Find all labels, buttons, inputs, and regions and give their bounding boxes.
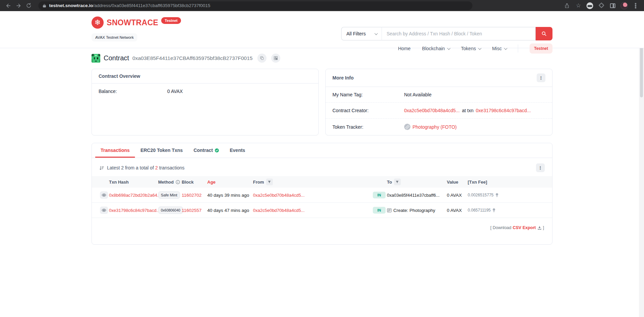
balance-value: 0 AVAX (167, 89, 183, 94)
creator-at-txn-text: at txn (462, 108, 473, 113)
tx-table-header: Txn Hash Method Block Age From To Value (92, 176, 552, 188)
token-logo-icon (404, 124, 410, 130)
col-method: Method (158, 180, 182, 185)
tx-preview-button[interactable] (100, 191, 108, 199)
overview-card-title: Contract Overview (99, 73, 140, 79)
csv-prefix: [ Download (490, 225, 511, 230)
search-button[interactable] (536, 27, 552, 40)
txn-fee: 0.0026515775 (468, 193, 494, 197)
col-txn-fee: [Txn Fee] (468, 180, 544, 185)
gas-bulb-icon[interactable] (492, 208, 496, 213)
csv-suffix: ] (543, 225, 544, 230)
tab-contract[interactable]: Contract (188, 143, 224, 158)
direction-badge: IN (373, 207, 386, 214)
tab-transactions[interactable]: Transactions (95, 143, 135, 158)
sort-icon (99, 165, 104, 170)
tab-events[interactable]: Events (224, 143, 251, 158)
tx-preview-button[interactable] (100, 207, 108, 214)
col-value: Value (447, 180, 468, 185)
address-blockie-avatar (92, 54, 100, 63)
snowflake-icon: ❄ (92, 17, 104, 29)
to-filter-button[interactable] (394, 179, 401, 185)
network-label: AVAX Testnet Network (92, 33, 137, 41)
lock-icon (42, 3, 46, 8)
block-link[interactable]: 11602557 (182, 208, 202, 213)
qr-code-button[interactable] (271, 54, 280, 63)
page-title: Contract (104, 54, 129, 62)
info-icon[interactable] (176, 180, 180, 184)
col-to: To (387, 179, 447, 185)
creator-txn-link[interactable]: 0xe31798c6c84c97bacd... (476, 108, 531, 113)
gas-bulb-icon[interactable] (495, 193, 499, 197)
tx-summary-prefix: Latest 2 from a total of (107, 165, 154, 170)
address-bar[interactable]: testnet.snowtrace.io/address/0xa03e85f44… (38, 1, 472, 10)
value-cell: 0 AVAX (447, 208, 468, 213)
snowtrace-logo[interactable]: ❄ SNOWTRACE Testnet (92, 17, 181, 29)
name-tag-value: Not Available (404, 92, 431, 97)
value-cell: 0 AVAX (447, 193, 468, 198)
tx-summary-suffix: transactions (159, 165, 184, 170)
brand-name: SNOWTRACE (107, 17, 158, 29)
search-bar: All Filters (341, 27, 552, 40)
col-txn-hash: Txn Hash (109, 180, 158, 185)
transactions-menu-button[interactable]: ⋮ (536, 163, 545, 172)
col-age-toggle[interactable]: Age (207, 180, 253, 185)
more-info-menu-button[interactable]: ⋮ (537, 73, 545, 82)
block-link[interactable]: 11602702 (182, 193, 202, 198)
qr-code-icon (274, 56, 278, 60)
copy-icon (260, 56, 264, 60)
txn-hash-link[interactable]: 0x8b698ac72bd20b2a64... (109, 193, 161, 198)
verified-check-icon (215, 148, 219, 153)
back-icon[interactable] (3, 2, 13, 10)
name-tag-label: My Name Tag: (332, 92, 404, 97)
balance-label: Balance: (99, 89, 167, 94)
from-address-link[interactable]: 0xa2c5e0bd70b48a4cd5... (253, 193, 305, 198)
copy-address-button[interactable] (257, 54, 266, 63)
col-from: From (253, 179, 373, 185)
token-tracker-label: Token Tracker: (332, 124, 404, 130)
profile-avatar[interactable] (619, 2, 629, 10)
download-icon (537, 226, 542, 230)
page-scrollbar[interactable] (639, 11, 644, 317)
tab-erc20-token-txns[interactable]: ERC20 Token Txns (135, 143, 188, 158)
url-text: testnet.snowtrace.io/address/0xa03e85f44… (49, 3, 210, 8)
method-badge: 0x60806040 (158, 207, 183, 214)
csv-export-link[interactable]: CSV Export (513, 225, 536, 230)
tx-row: 0x8b698ac72bd20b2a64... Safe Mint 116027… (92, 188, 552, 203)
txn-fee: 0.065711195 (468, 208, 491, 213)
site-header: ❄ SNOWTRACE Testnet AVAX Testnet Network… (0, 11, 644, 48)
filter-funnel-icon (267, 180, 271, 184)
eye-icon (102, 193, 106, 197)
side-panel-icon[interactable] (608, 2, 618, 10)
extensions-puzzle-icon[interactable] (596, 2, 606, 10)
token-tracker-link[interactable]: Photography (FOTO) (413, 124, 457, 130)
contract-overview-card: Contract Overview Balance: 0 AVAX (92, 69, 319, 135)
eye-icon (102, 208, 106, 213)
share-icon[interactable] (562, 2, 572, 10)
page-title-row: Contract 0xa03E85F4411e37CBAff635975bf38… (92, 54, 552, 63)
from-address-link[interactable]: 0xa2c5e0bd70b48a4cd5... (253, 208, 305, 213)
forward-icon[interactable] (13, 2, 24, 10)
creator-address-link[interactable]: 0xa2c5e0bd70b48a4cd5... (404, 108, 460, 113)
age-cell: 40 days 39 mins ago (207, 193, 253, 198)
brand-testnet-badge: Testnet (161, 17, 181, 24)
from-filter-button[interactable] (266, 179, 273, 185)
adblock-extension-icon[interactable] (585, 2, 595, 10)
search-input[interactable] (382, 27, 536, 40)
more-info-card-title: More Info (332, 75, 354, 81)
to-address: 0xa03e85f4411e37cbaff6... (387, 193, 439, 198)
reload-icon[interactable] (24, 2, 34, 10)
search-filter-select[interactable]: All Filters (341, 27, 382, 40)
csv-export-row: [ Download CSV Export ] (92, 218, 552, 239)
to-contract-name: Create: Photography (393, 208, 435, 213)
age-cell: 40 days 47 mins ago (207, 208, 253, 213)
col-block: Block (182, 180, 207, 185)
txn-hash-link[interactable]: 0xe31798c6c84c97bacd... (109, 208, 160, 213)
browser-menu-icon[interactable] (631, 2, 641, 10)
tabs: Transactions ERC20 Token Txns Contract E… (92, 143, 552, 158)
bookmark-star-icon[interactable]: ☆ (573, 2, 583, 10)
browser-chrome: testnet.snowtrace.io/address/0xa03e85f44… (0, 0, 644, 11)
direction-badge: IN (373, 192, 386, 198)
more-info-card: More Info ⋮ My Name Tag: Not Available C… (325, 69, 552, 135)
tx-summary-count: 2 (155, 165, 158, 170)
